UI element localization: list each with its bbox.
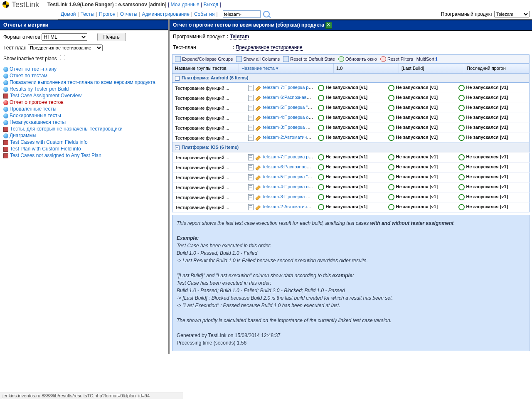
- nav-Тесты[interactable]: Тесты: [81, 11, 94, 17]
- reset-filters-button[interactable]: Reset Filters: [380, 56, 413, 62]
- report-link[interactable]: Test Plan with Custom Field info: [10, 146, 81, 152]
- report-format-select[interactable]: HTML: [42, 33, 87, 41]
- gear-icon[interactable]: [458, 154, 465, 160]
- gear-icon[interactable]: [318, 135, 324, 141]
- report-link[interactable]: Проваленные тесты: [10, 106, 57, 112]
- pencil-icon[interactable]: [256, 106, 261, 111]
- report-link[interactable]: Отчет по тестам: [10, 73, 47, 79]
- gear-icon[interactable]: [318, 184, 324, 190]
- report-link[interactable]: Тесты, для которых не назначены тестиров…: [10, 126, 123, 132]
- col-test-name[interactable]: Название теста: [239, 64, 334, 73]
- gear-icon[interactable]: [318, 95, 324, 101]
- gear-icon[interactable]: [458, 95, 465, 101]
- test-link[interactable]: telezam-3:Проверка функции выв...: [263, 194, 316, 199]
- nav-Отчеты[interactable]: Отчеты: [120, 11, 137, 17]
- gear-icon[interactable]: [318, 194, 324, 200]
- gear-icon[interactable]: [388, 184, 394, 190]
- print-button[interactable]: Печать: [97, 33, 126, 41]
- test-link[interactable]: telezam-7:Проверка реагировани...: [263, 85, 316, 90]
- report-link[interactable]: Блокированные тесты: [10, 113, 61, 118]
- gear-icon[interactable]: [318, 164, 324, 170]
- gear-icon[interactable]: [458, 194, 465, 200]
- gear-icon[interactable]: [458, 174, 465, 180]
- nav-Домой[interactable]: Домой: [61, 11, 76, 17]
- test-link[interactable]: telezam-5:Проверка "Программы ...: [263, 174, 316, 179]
- collapse-icon[interactable]: −: [175, 76, 180, 81]
- gear-icon[interactable]: [318, 125, 324, 131]
- test-link[interactable]: telezam-3:Проверка функции выв...: [263, 125, 316, 130]
- product-select[interactable]: Telezam: [494, 11, 530, 17]
- gear-icon[interactable]: [458, 184, 465, 190]
- gear-icon[interactable]: [318, 115, 324, 121]
- refresh-button[interactable]: Обновить окно: [338, 56, 377, 62]
- pencil-icon[interactable]: [256, 165, 261, 170]
- gear-icon[interactable]: [458, 135, 465, 141]
- gear-icon[interactable]: [458, 204, 465, 210]
- nav-Прогон[interactable]: Прогон: [99, 11, 115, 17]
- gear-icon[interactable]: [458, 164, 465, 170]
- pencil-icon[interactable]: [256, 205, 261, 210]
- report-link[interactable]: Test Case Assignment Overview: [10, 93, 81, 99]
- pencil-icon[interactable]: [256, 155, 261, 160]
- multisort-button[interactable]: MultiSort ℹ: [416, 57, 437, 62]
- col-last-run[interactable]: Последний прогон: [464, 64, 529, 73]
- report-link[interactable]: Отчет о прогоне тестов: [10, 99, 64, 105]
- gear-icon[interactable]: [458, 105, 465, 111]
- gear-icon[interactable]: [388, 204, 394, 210]
- test-link[interactable]: telezam-2:Автоматическое расп...: [263, 204, 316, 209]
- col-last-build[interactable]: [Last Build]: [399, 64, 464, 73]
- pencil-icon[interactable]: [256, 96, 261, 101]
- gear-icon[interactable]: [318, 204, 324, 210]
- gear-icon[interactable]: [388, 174, 394, 180]
- testplan-select[interactable]: Предрелизное тестирование: [28, 44, 103, 51]
- test-link[interactable]: telezam-2:Автоматическое расп...: [263, 135, 316, 140]
- report-link[interactable]: Results by Tester per Build: [10, 86, 69, 92]
- pencil-icon[interactable]: [256, 86, 261, 91]
- test-link[interactable]: telezam-6:Распознавание каналов: [263, 95, 316, 100]
- product-link[interactable]: Telezam: [230, 34, 249, 40]
- pencil-icon[interactable]: [256, 195, 261, 200]
- show-inactive-checkbox[interactable]: [60, 55, 65, 60]
- pencil-icon[interactable]: [256, 185, 261, 190]
- gear-icon[interactable]: [388, 164, 394, 170]
- report-link[interactable]: Незапускавшиеся тесты: [10, 119, 66, 125]
- nav-События[interactable]: События: [194, 11, 215, 17]
- test-link[interactable]: telezam-6:Распознавание каналов: [263, 164, 316, 169]
- gear-icon[interactable]: [388, 125, 394, 131]
- report-link[interactable]: Отчет по тест-плану: [10, 66, 57, 72]
- gear-icon[interactable]: [388, 115, 394, 121]
- test-link[interactable]: telezam-4:Проверка обратной св...: [263, 184, 316, 189]
- gear-icon[interactable]: [318, 174, 324, 180]
- gear-icon[interactable]: [388, 105, 394, 111]
- excel-icon[interactable]: [325, 22, 332, 29]
- pencil-icon[interactable]: [256, 175, 261, 180]
- testplan-link[interactable]: Предрелизное тестирование: [236, 44, 303, 51]
- gear-icon[interactable]: [388, 154, 394, 160]
- search-icon[interactable]: [263, 11, 270, 17]
- gear-icon[interactable]: [388, 135, 394, 141]
- report-link[interactable]: Диаграммы: [10, 133, 36, 138]
- reset-state-button[interactable]: Reset to Default State: [283, 56, 335, 62]
- report-link[interactable]: Показатели выполнения тест-плана по всем…: [10, 79, 155, 85]
- gear-icon[interactable]: [458, 85, 465, 91]
- platform-group-header[interactable]: −Платформа: Android (6 Items): [172, 74, 530, 83]
- col-build-1[interactable]: 1.0: [334, 64, 399, 73]
- gear-icon[interactable]: [318, 154, 324, 160]
- logout-link[interactable]: Выход: [203, 2, 218, 7]
- pencil-icon[interactable]: [256, 116, 261, 121]
- col-suite[interactable]: Название группы тестов: [172, 64, 239, 73]
- my-data-link[interactable]: Мои данные: [171, 2, 200, 7]
- gear-icon[interactable]: [458, 125, 465, 131]
- search-input[interactable]: [223, 10, 261, 18]
- gear-icon[interactable]: [458, 115, 465, 121]
- show-all-columns-button[interactable]: Show all Columns: [236, 56, 280, 62]
- test-link[interactable]: telezam-4:Проверка обратной св...: [263, 115, 316, 120]
- collapse-icon[interactable]: −: [175, 145, 180, 150]
- report-link[interactable]: Test Cases not assigned to Any Test Plan: [10, 153, 101, 158]
- gear-icon[interactable]: [388, 95, 394, 101]
- gear-icon[interactable]: [388, 85, 394, 91]
- platform-group-header[interactable]: −Платформа: iOS (6 Items): [172, 143, 530, 152]
- report-link[interactable]: Test Cases with Custom Fields info: [10, 139, 88, 145]
- test-link[interactable]: telezam-5:Проверка "Программы ...: [263, 105, 316, 110]
- expand-collapse-button[interactable]: Expand/Collapse Groups: [175, 56, 233, 62]
